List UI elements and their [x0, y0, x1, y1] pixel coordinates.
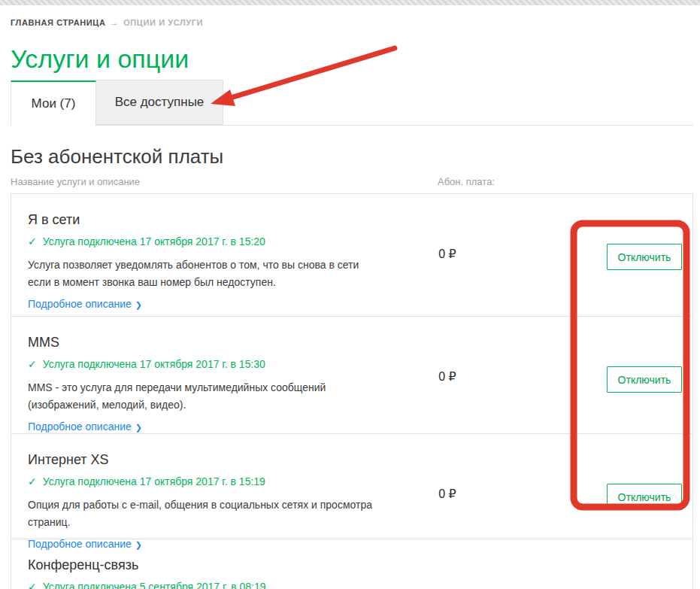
check-icon: ✓	[28, 235, 37, 248]
top-strip	[0, 0, 700, 5]
service-status-text: Услуга подключена 5 сентября 2017 г. в 0…	[43, 581, 266, 589]
chevron-right-icon: ❯	[135, 300, 142, 309]
disable-button[interactable]: Отключить	[607, 244, 682, 270]
breadcrumb: ГЛАВНАЯ СТРАНИЦА→ОПЦИИ И УСЛУГИ	[11, 17, 693, 28]
disable-button[interactable]: Отключить	[607, 366, 682, 393]
service-price: 0 ₽	[417, 487, 477, 501]
service-name: MMS	[28, 334, 692, 351]
tab-my-services[interactable]: Мои (7)	[11, 80, 96, 126]
service-row: Конференц-связь ✓Услуга подключена 5 сен…	[11, 539, 692, 589]
column-header-name: Название услуги и описание	[11, 176, 140, 187]
service-status: ✓Услуга подключена 17 октября 2017 г. в …	[28, 357, 692, 371]
service-table: Я в сети ✓Услуга подключена 17 октября 2…	[11, 193, 693, 589]
chevron-right-icon: ❯	[135, 423, 142, 432]
details-link[interactable]: Подробное описание❯	[28, 420, 142, 433]
service-status-text: Услуга подключена 17 октября 2017 г. в 1…	[43, 475, 265, 487]
breadcrumb-current: ОПЦИИ И УСЛУГИ	[123, 18, 203, 27]
service-description: Опция для работы с e-mail, общения в соц…	[28, 496, 381, 531]
tab-all-available[interactable]: Все доступные	[96, 80, 223, 125]
column-headers: Название услуги и описание Абон. плата:	[11, 176, 693, 188]
column-header-fee: Абон. плата:	[438, 176, 495, 187]
service-status-text: Услуга подключена 17 октября 2017 г. в 1…	[43, 235, 265, 247]
service-row: Интернет XS ✓Услуга подключена 17 октябр…	[11, 433, 692, 539]
details-link-label: Подробное описание	[28, 420, 132, 433]
service-status-text: Услуга подключена 17 октября 2017 г. в 1…	[43, 358, 265, 370]
disable-button[interactable]: Отключить	[607, 484, 682, 510]
service-status: ✓Услуга подключена 5 сентября 2017 г. в …	[28, 580, 692, 589]
service-status: ✓Услуга подключена 17 октября 2017 г. в …	[28, 235, 692, 248]
service-description: Услуга позволяет уведомлять абонентов о …	[28, 257, 381, 291]
service-description: MMS - это услуга для передачи мультимеди…	[28, 379, 381, 414]
service-price: 0 ₽	[417, 369, 477, 384]
service-price: 0 ₽	[417, 247, 477, 261]
page-title: Услуги и опции	[11, 44, 693, 74]
service-row: Я в сети ✓Услуга подключена 17 октября 2…	[11, 194, 692, 316]
services-page: ГЛАВНАЯ СТРАНИЦА→ОПЦИИ И УСЛУГИ Услуги и…	[0, 0, 700, 589]
details-link[interactable]: Подробное описание❯	[28, 298, 142, 310]
tab-bar: Мои (7) Все доступные	[11, 80, 693, 126]
service-status: ✓Услуга подключена 17 октября 2017 г. в …	[28, 475, 692, 488]
service-name: Интернет XS	[28, 451, 692, 468]
check-icon: ✓	[28, 475, 37, 488]
breadcrumb-home-link[interactable]: ГЛАВНАЯ СТРАНИЦА	[11, 18, 106, 27]
details-link-label: Подробное описание	[28, 298, 132, 310]
breadcrumb-arrow-icon: →	[111, 18, 120, 27]
check-icon: ✓	[28, 580, 37, 589]
section-title: Без абонентской платы	[11, 144, 693, 169]
service-row: MMS ✓Услуга подключена 17 октября 2017 г…	[11, 316, 692, 433]
check-icon: ✓	[28, 357, 37, 371]
service-name: Я в сети	[28, 211, 692, 228]
service-name: Конференц-связь	[28, 557, 692, 573]
